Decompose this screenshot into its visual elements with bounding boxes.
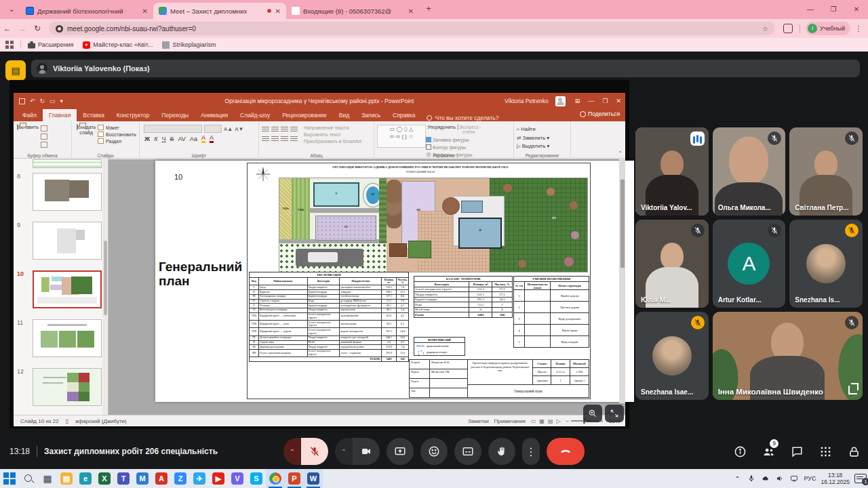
mic-muted-button[interactable] [301, 438, 328, 465]
quick-styles-button[interactable]: Экспресс-стили [457, 123, 480, 134]
line-spacing-icon[interactable] [290, 125, 298, 131]
thumbnail-scrollbar[interactable] [102, 159, 108, 415]
camera-control[interactable]: ⌃ [335, 438, 380, 465]
align-left-icon[interactable] [262, 135, 269, 141]
slide-scrollbar[interactable] [619, 159, 625, 403]
text-direction-button[interactable]: Направление текста [304, 125, 361, 130]
participant-tile[interactable]: A Artur Kotlar... [713, 220, 786, 308]
reload-icon[interactable]: ↻ [30, 24, 45, 33]
chat-icon[interactable] [789, 444, 804, 459]
slide-thumbnail[interactable] [14, 159, 108, 170]
shrink-font-icon[interactable]: А▼ [235, 126, 243, 132]
slide-thumbnail[interactable]: 9 [14, 219, 108, 268]
taskbar-app-icon[interactable]: ▤ [57, 469, 76, 488]
participant-tile[interactable]: Ольга Микола... [713, 127, 786, 216]
hidden-icons-chevron-icon[interactable]: ⌃ [732, 474, 742, 483]
taskbar-app-icon[interactable]: X [95, 469, 114, 488]
taskbar-app-icon[interactable]: Z [171, 469, 190, 488]
current-slide[interactable]: 10 Генеральний план ОРГАНІЗАЦІЯ МІКРОРОЗ… [155, 161, 634, 402]
ribbon-options-icon[interactable]: ⊞ [575, 98, 580, 104]
captions-button[interactable] [454, 438, 481, 465]
layout-button[interactable]: Макет [98, 125, 136, 130]
slide-thumbnail[interactable]: 10 [14, 268, 108, 317]
indent-icon[interactable] [281, 125, 288, 131]
slide-thumbnail[interactable]: 12 [14, 365, 108, 414]
fullscreen-overlay-button[interactable] [605, 405, 624, 422]
bold-button[interactable]: Ж [144, 136, 150, 142]
new-slide-button[interactable]: Создать слайд [75, 123, 98, 135]
taskbar-app-icon[interactable]: e [76, 469, 95, 488]
font-size-select[interactable] [204, 125, 222, 133]
undo-icon[interactable]: ↶ [30, 98, 35, 104]
select-button[interactable]: ▷ Выделить ▾ [517, 143, 568, 149]
copy-icon[interactable] [41, 134, 47, 140]
browser-tab[interactable]: Meet – Захист дипломних ✕ [153, 3, 286, 19]
taskbar-app-icon[interactable]: A [152, 469, 171, 488]
people-icon[interactable]: 9 [761, 444, 776, 459]
view-buttons[interactable]: ▭▦▤▷ [531, 418, 561, 424]
camera-options-chevron-icon[interactable]: ⌃ [335, 438, 353, 465]
participant-tile[interactable]: Snezhana Isae... [635, 312, 709, 400]
bookmark-item[interactable]: Strikeplagiarism [162, 41, 216, 49]
ribbon-tab[interactable]: Анимация [195, 109, 234, 121]
forward-icon[interactable]: → [15, 24, 30, 33]
ribbon-tab[interactable]: Вставка [77, 109, 111, 121]
present-button[interactable] [387, 438, 414, 465]
shape-fill-button[interactable]: Заливка фигуры [426, 137, 472, 142]
ppt-restore-button[interactable]: ❐ [602, 98, 608, 104]
taskbar-app-icon[interactable]: M [133, 469, 152, 488]
change-case-button[interactable]: Аа [190, 136, 197, 142]
taskbar-app-icon[interactable]: ▦ [38, 469, 57, 488]
bullets-icon[interactable] [262, 125, 269, 131]
ppt-minimize-button[interactable]: — [588, 98, 594, 104]
numbering-icon[interactable] [271, 125, 279, 131]
tab-close-icon[interactable]: ✕ [142, 7, 148, 15]
back-icon[interactable]: ← [0, 24, 15, 33]
paste-button[interactable]: Вставить [16, 123, 39, 130]
speaker-icon[interactable] [775, 474, 785, 483]
grow-font-icon[interactable]: А▲ [224, 126, 233, 132]
tell-me-box[interactable]: Что вы хотите сделать? [427, 115, 498, 121]
arrange-button[interactable]: Упорядочить [426, 123, 457, 129]
network-icon[interactable] [789, 474, 799, 483]
taskbar-app-icon[interactable]: S [247, 469, 266, 488]
restore-button[interactable]: ❐ [822, 5, 845, 13]
bookmark-item[interactable]: Расширения [28, 41, 73, 49]
onedrive-icon[interactable] [761, 474, 770, 483]
bookmark-star-icon[interactable]: ☆ [762, 25, 768, 33]
ribbon-tab[interactable]: Справка [387, 109, 421, 121]
tab-search-icon[interactable]: ⌄ [4, 2, 19, 17]
taskbar-app-icon[interactable]: V [228, 469, 247, 488]
taskbar-app-icon[interactable] [266, 469, 285, 488]
mic-options-chevron-icon[interactable]: ⌃ [283, 438, 301, 465]
ppt-close-button[interactable]: ✕ [616, 98, 621, 104]
format-painter-icon[interactable] [41, 142, 47, 148]
browser-menu-icon[interactable]: ⋮ [853, 24, 864, 33]
ribbon-tab[interactable]: Вид [333, 109, 355, 121]
address-bar[interactable]: meet.google.com/nbi-suau-rwi?authuser=0 … [49, 22, 775, 35]
find-button[interactable]: ⌕ Найти [517, 126, 568, 133]
cut-icon[interactable] [41, 125, 47, 131]
participant-tile[interactable]: Світлана Петр... [789, 127, 863, 216]
ribbon-tab[interactable]: Запись [355, 109, 387, 121]
start-slideshow-icon[interactable]: ▭ [50, 98, 56, 104]
language-indicator[interactable]: афарский (Джибути) [75, 418, 127, 424]
shape-outline-button[interactable]: Контур фигуры [426, 144, 472, 150]
font-name-select[interactable] [144, 125, 202, 133]
raise-hand-button[interactable] [488, 438, 515, 465]
extensions-icon[interactable] [783, 24, 793, 33]
taskbar-app-icon[interactable]: W [304, 469, 323, 488]
smartart-button[interactable]: Преобразовать в SmartArt [304, 139, 361, 144]
shared-screen[interactable]: ↶ ↻ ▭ ▾ Організація мікророзсадника у Че… [9, 80, 629, 428]
notification-center-icon[interactable]: 1 [854, 474, 867, 483]
comments-button[interactable]: Примечания [494, 418, 526, 424]
strikethrough-button[interactable]: S [170, 136, 174, 142]
tab-close-icon[interactable]: ✕ [408, 7, 414, 15]
taskbar-app-icon[interactable]: P [285, 469, 304, 488]
camera-button[interactable] [353, 438, 380, 465]
section-button[interactable]: Раздел [98, 138, 136, 144]
participant-tile[interactable]: Юлія М... [635, 220, 709, 308]
crop-icon[interactable] [848, 386, 857, 394]
close-button[interactable]: ✕ [845, 5, 868, 13]
end-call-button[interactable] [547, 438, 585, 465]
